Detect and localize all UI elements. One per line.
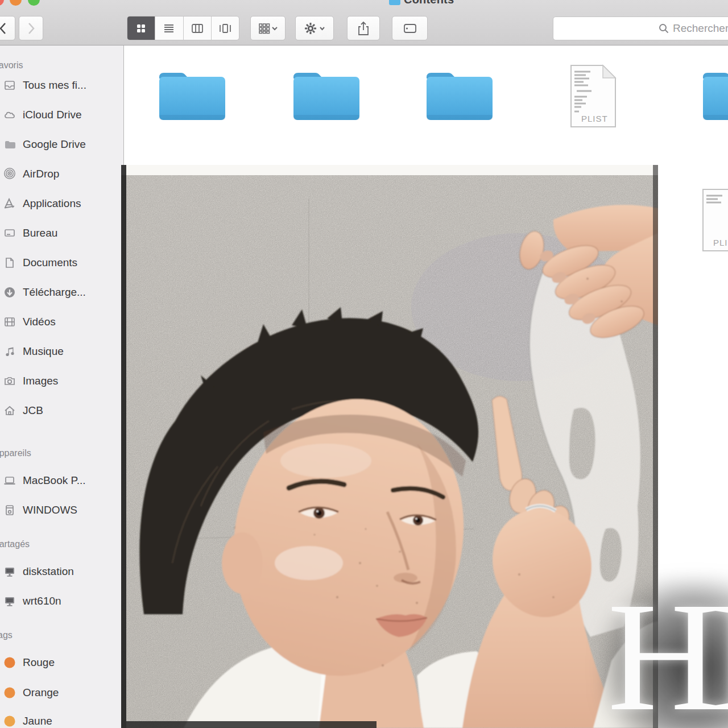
toolbar: Contents Rechercher	[0, 0, 728, 46]
sidebar-item-label: Jaune	[23, 715, 52, 727]
music-icon	[3, 345, 16, 358]
search-input[interactable]: Rechercher	[553, 16, 728, 40]
group-button[interactable]	[250, 16, 286, 40]
watermark-letter-partial: H	[711, 590, 728, 723]
sidebar-section-appareils: Appareils	[0, 448, 31, 458]
document-icon	[3, 257, 16, 269]
close-button[interactable]	[0, 0, 4, 6]
sidebar-item-label: Images	[23, 375, 58, 387]
window-title: Contents	[404, 0, 454, 6]
sidebar-item-label: iCloud Drive	[23, 109, 81, 121]
sidebar-item-label: JCB	[23, 404, 43, 417]
sidebar-item-label: Google Drive	[23, 138, 86, 151]
search-placeholder: Rechercher	[673, 22, 728, 35]
zoom-button[interactable]	[28, 0, 40, 6]
tag-dot-icon	[3, 656, 16, 669]
tag-dot-icon	[3, 686, 16, 699]
plist-file-icon[interactable]: PLIST	[569, 64, 618, 129]
photo-preview	[121, 165, 658, 728]
display-icon	[3, 565, 16, 578]
plist-file-icon[interactable]: PLIST	[701, 188, 728, 253]
chevron-left-icon	[0, 22, 7, 35]
sidebar-item-label: MacBook P...	[23, 474, 86, 487]
sidebar-section-tags: Tags	[0, 630, 13, 640]
folder-icon[interactable]	[698, 66, 728, 124]
back-button[interactable]	[0, 16, 15, 40]
view-coverflow-button[interactable]	[212, 16, 239, 40]
sidebar-item-label: Tous mes fi...	[23, 79, 86, 92]
chevron-right-icon	[27, 22, 35, 35]
sidebar-item-label: WINDOWS	[23, 504, 77, 516]
svg-text:PLIST: PLIST	[713, 238, 728, 247]
sidebar-item-label: Musique	[23, 345, 64, 358]
sidebar-section-favoris: Favoris	[0, 60, 23, 71]
sidebar-item-label: Rouge	[23, 656, 55, 669]
sidebar-section-partages: Partagés	[0, 539, 30, 549]
tag-button[interactable]	[392, 16, 428, 40]
list-view-icon	[163, 23, 175, 34]
finder-window: Contents Rechercher Favoris Tous mes fi.…	[0, 0, 728, 728]
svg-text:PLIST: PLIST	[581, 114, 608, 123]
sidebar-item-label: Applications	[23, 197, 81, 210]
forward-button[interactable]	[19, 16, 43, 40]
coverflow-view-icon	[218, 23, 232, 34]
share-button[interactable]	[347, 16, 380, 40]
tag-icon	[402, 23, 418, 34]
folder-icon[interactable]	[422, 66, 497, 124]
tag-dot-icon	[3, 715, 16, 727]
view-mode-control	[127, 16, 239, 40]
view-list-button[interactable]	[155, 16, 183, 40]
sidebar-item-label: diskstation	[23, 565, 74, 578]
sidebar-item-label: Télécharge...	[23, 286, 86, 299]
minimize-button[interactable]	[10, 0, 22, 6]
title-folder-icon	[389, 0, 400, 5]
watermark-letter: H	[607, 590, 721, 723]
share-icon	[357, 21, 370, 36]
icon-view-icon	[135, 23, 147, 34]
magnifier-icon	[659, 23, 669, 34]
disk-icon	[3, 504, 16, 516]
sidebar-item-label: Orange	[23, 686, 59, 699]
home-icon	[3, 404, 16, 417]
gear-icon	[304, 22, 325, 35]
folder-icon[interactable]	[289, 66, 364, 124]
desktop-icon	[3, 227, 16, 239]
videos-icon	[3, 316, 16, 328]
sidebar-item-label: Vidéos	[23, 316, 56, 328]
sidebar-item-label: AirDrop	[23, 168, 59, 180]
view-icons-button[interactable]	[127, 16, 155, 40]
icloud-icon	[3, 109, 16, 121]
sidebar-item-label: Bureau	[23, 227, 57, 239]
laptop-icon	[3, 474, 16, 487]
sidebar-item-label: Documents	[23, 257, 77, 269]
display-icon	[3, 595, 16, 607]
view-columns-button[interactable]	[184, 16, 212, 40]
camera-icon	[3, 375, 16, 387]
all-files-icon	[3, 79, 16, 92]
airdrop-icon	[3, 168, 16, 180]
downloads-icon	[3, 286, 16, 299]
sidebar-item-label: wrt610n	[23, 595, 61, 607]
sidebar: Favoris Tous mes fi... iCloud Drive Goog…	[0, 45, 124, 728]
action-button[interactable]	[295, 16, 334, 40]
column-view-icon	[191, 23, 204, 34]
applications-icon	[3, 197, 16, 210]
folder-icon	[3, 138, 16, 151]
folder-icon[interactable]	[155, 66, 230, 124]
grid-group-icon	[258, 23, 278, 34]
